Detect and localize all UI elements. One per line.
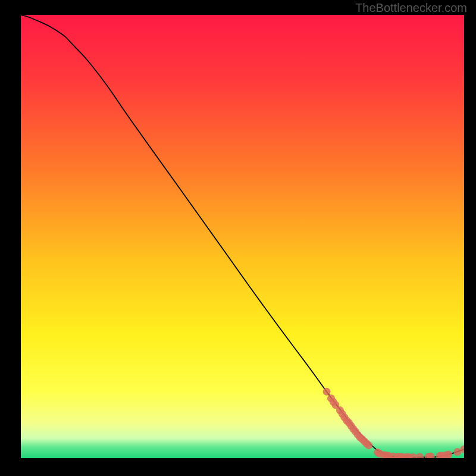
data-point bbox=[444, 451, 452, 458]
data-points-layer bbox=[21, 15, 464, 458]
data-point bbox=[323, 388, 331, 396]
data-point bbox=[365, 441, 372, 449]
data-point bbox=[416, 453, 424, 458]
data-point bbox=[453, 448, 461, 456]
watermark-text: TheBottlenecker.com bbox=[355, 1, 467, 15]
chart-area bbox=[21, 15, 464, 458]
